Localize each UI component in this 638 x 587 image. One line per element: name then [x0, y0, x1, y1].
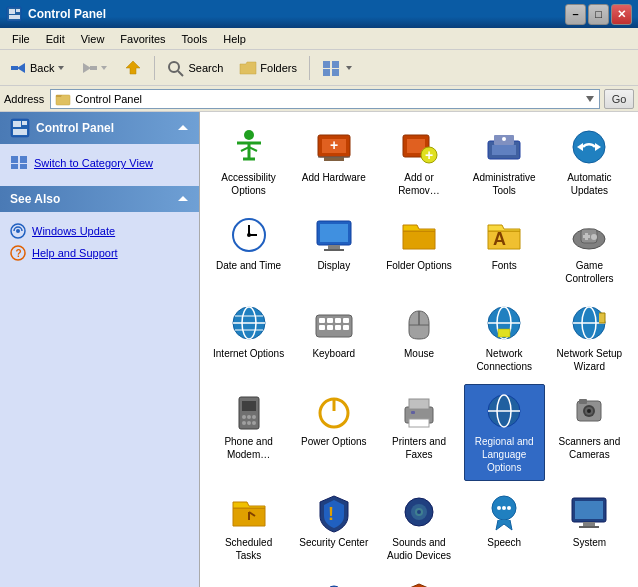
- icon-user-accounts[interactable]: User Accounts: [293, 573, 374, 587]
- icon-scanners-cameras[interactable]: Scanners and Cameras: [549, 384, 630, 481]
- svg-marker-7: [83, 63, 91, 73]
- folders-button[interactable]: Folders: [232, 54, 304, 82]
- phone-modem-icon: [229, 391, 269, 431]
- icon-system[interactable]: System: [549, 485, 630, 569]
- go-button[interactable]: Go: [604, 89, 634, 109]
- address-dropdown-icon[interactable]: [585, 91, 595, 107]
- icon-network-connections[interactable]: Network Connections: [464, 296, 545, 380]
- svg-rect-123: [583, 522, 595, 526]
- close-button[interactable]: ✕: [611, 4, 632, 25]
- icon-administrative-tools[interactable]: Administrative Tools: [464, 120, 545, 204]
- icon-folder-options[interactable]: Folder Options: [378, 208, 459, 292]
- taskbar-start-icon: start: [229, 580, 269, 587]
- address-folder-icon: [55, 91, 71, 107]
- switch-view-link[interactable]: Switch to Category View: [10, 152, 189, 174]
- display-label: Display: [317, 259, 350, 272]
- icons-area: Accessibility Options+Add Hardware+Add o…: [200, 112, 638, 587]
- svg-rect-76: [327, 325, 333, 330]
- automatic-updates-label: Automatic Updates: [554, 171, 625, 197]
- icon-add-remove[interactable]: +Add or Remov…: [378, 120, 459, 204]
- icon-printers-faxes[interactable]: Printers and Faxes: [378, 384, 459, 481]
- menu-file[interactable]: File: [4, 31, 38, 47]
- icon-windows-firewall[interactable]: WWindows Firewall: [378, 573, 459, 587]
- svg-text:?: ?: [16, 248, 22, 259]
- icon-add-hardware[interactable]: +Add Hardware: [293, 120, 374, 204]
- icon-power-options[interactable]: Power Options: [293, 384, 374, 481]
- up-button[interactable]: [117, 54, 149, 82]
- address-bar: Address Go: [0, 86, 638, 112]
- svg-marker-6: [58, 66, 64, 70]
- icon-accessibility-options[interactable]: Accessibility Options: [208, 120, 289, 204]
- window-controls: – □ ✕: [565, 4, 632, 25]
- toolbar-separator: [154, 56, 155, 80]
- menu-view[interactable]: View: [73, 31, 113, 47]
- views-button[interactable]: [315, 54, 360, 82]
- back-button[interactable]: Back: [4, 54, 72, 82]
- folders-icon: [239, 60, 257, 76]
- svg-rect-5: [11, 66, 18, 70]
- svg-rect-15: [323, 69, 330, 76]
- svg-point-119: [502, 506, 506, 510]
- printers-faxes-label: Printers and Faxes: [383, 435, 454, 461]
- icon-mouse[interactable]: Mouse: [378, 296, 459, 380]
- menu-help[interactable]: Help: [215, 31, 254, 47]
- game-controllers-icon: [569, 215, 609, 255]
- svg-text:!: !: [328, 504, 334, 524]
- icon-wireless-network[interactable]: Wireless Network Set…: [464, 573, 545, 587]
- icon-regional-language[interactable]: Regional and Language Options: [464, 384, 545, 481]
- svg-rect-77: [335, 325, 341, 330]
- icon-sounds-audio[interactable]: Sounds and Audio Devices: [378, 485, 459, 569]
- sidebar: Control Panel Switch to Category View: [0, 112, 200, 587]
- svg-rect-25: [11, 156, 18, 163]
- mouse-icon: [399, 303, 439, 343]
- svg-rect-89: [242, 401, 256, 411]
- address-input[interactable]: [75, 93, 581, 105]
- icon-scheduled-tasks[interactable]: Scheduled Tasks: [208, 485, 289, 569]
- menu-tools[interactable]: Tools: [174, 31, 216, 47]
- icon-network-setup-wizard[interactable]: Network Setup Wizard: [549, 296, 630, 380]
- icon-display[interactable]: Display: [293, 208, 374, 292]
- svg-text:+: +: [425, 147, 433, 163]
- folder-options-label: Folder Options: [386, 259, 452, 272]
- menu-bar: File Edit View Favorites Tools Help: [0, 28, 638, 50]
- minimize-button[interactable]: –: [565, 4, 586, 25]
- windows-update-link[interactable]: Windows Update: [10, 220, 189, 242]
- help-support-link[interactable]: ? Help and Support: [10, 242, 189, 264]
- icon-security-center[interactable]: !Security Center: [293, 485, 374, 569]
- icon-automatic-updates[interactable]: Automatic Updates: [549, 120, 630, 204]
- svg-rect-101: [411, 411, 415, 414]
- icon-internet-options[interactable]: Internet Options: [208, 296, 289, 380]
- icon-speech[interactable]: Speech: [464, 485, 545, 569]
- help-icon: ?: [10, 245, 26, 261]
- wireless-network-icon: [484, 580, 524, 587]
- icon-date-time[interactable]: Date and Time: [208, 208, 289, 292]
- cp-header-icon: [10, 118, 30, 138]
- cp-section-body: Switch to Category View: [0, 144, 199, 182]
- svg-rect-45: [492, 145, 516, 155]
- icon-game-controllers[interactable]: Game Controllers: [549, 208, 630, 292]
- regional-language-icon: [484, 391, 524, 431]
- system-label: System: [573, 536, 606, 549]
- collapse-icon[interactable]: [177, 122, 189, 134]
- svg-point-11: [169, 62, 179, 72]
- menu-edit[interactable]: Edit: [38, 31, 73, 47]
- icon-taskbar-start[interactable]: startTaskbar and Start Menu: [208, 573, 289, 587]
- cp-header-label: Control Panel: [36, 121, 114, 135]
- search-button[interactable]: Search: [160, 54, 230, 82]
- add-hardware-label: Add Hardware: [302, 171, 366, 184]
- svg-rect-21: [13, 121, 21, 127]
- icons-grid: Accessibility Options+Add Hardware+Add o…: [208, 120, 630, 587]
- icon-keyboard[interactable]: Keyboard: [293, 296, 374, 380]
- scheduled-tasks-icon: [229, 492, 269, 532]
- icon-fonts[interactable]: AFonts: [464, 208, 545, 292]
- maximize-button[interactable]: □: [588, 4, 609, 25]
- address-label: Address: [4, 93, 44, 105]
- power-options-icon: [314, 391, 354, 431]
- forward-button[interactable]: [74, 54, 115, 82]
- regional-language-label: Regional and Language Options: [469, 435, 540, 474]
- icon-phone-modem[interactable]: Phone and Modem…: [208, 384, 289, 481]
- svg-point-62: [591, 234, 597, 240]
- menu-favorites[interactable]: Favorites: [112, 31, 173, 47]
- svg-text:+: +: [330, 137, 338, 153]
- see-also-collapse-icon[interactable]: [177, 193, 189, 205]
